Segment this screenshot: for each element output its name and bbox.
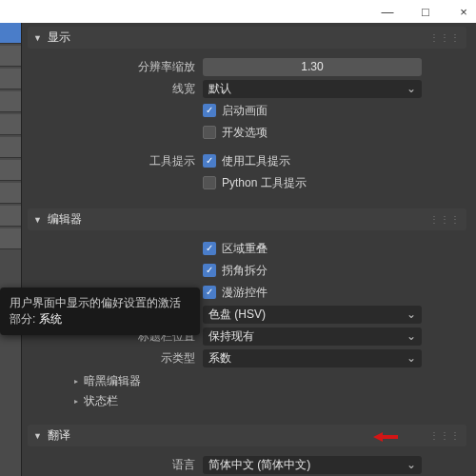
linewidth-label: 线宽 (31, 81, 203, 97)
check-icon: ✓ (203, 242, 216, 255)
minimize-button[interactable]: — (381, 5, 394, 19)
devopts-checkbox[interactable]: 开发选项 (203, 125, 463, 141)
picker-type-dropdown[interactable]: 色盘 (HSV) (203, 306, 422, 324)
triangle-down-icon: ▼ (33, 215, 42, 225)
sidebar-tab[interactable] (0, 46, 21, 67)
region-overlap-checkbox[interactable]: ✓ 区域重叠 (203, 241, 463, 257)
sidebar-tabs (0, 23, 22, 476)
check-icon (203, 126, 216, 139)
sidebar-tab[interactable] (0, 137, 21, 158)
drag-grip-icon[interactable]: ⋮⋮⋮ (429, 32, 461, 43)
drag-grip-icon[interactable]: ⋮⋮⋮ (429, 430, 461, 441)
check-icon (203, 176, 216, 189)
triangle-down-icon: ▼ (33, 431, 42, 441)
triangle-down-icon: ▼ (33, 33, 42, 43)
corner-split-checkbox[interactable]: ✓ 拐角拆分 (203, 263, 463, 279)
use-tooltip-checkbox[interactable]: ✓ 使用工具提示 (203, 153, 463, 169)
linewidth-dropdown[interactable]: 默认 (203, 80, 422, 98)
panel-title: 显示 (48, 30, 429, 46)
python-tooltip-checkbox[interactable]: Python 工具提示 (203, 175, 463, 191)
language-label: 语言 (31, 457, 203, 473)
splash-checkbox[interactable]: ✓ 启动画面 (203, 103, 463, 119)
check-icon: ✓ (203, 286, 216, 299)
annotation-arrow-icon (373, 430, 398, 444)
resolution-scale-label: 分辨率缩放 (31, 59, 203, 75)
panel-title: 编辑器 (48, 211, 429, 228)
panel-header-translate[interactable]: ▼ 翻译 ⋮⋮⋮ (28, 425, 466, 446)
window-titlebar: — □ × (0, 0, 476, 23)
panel-translate: ▼ 翻译 ⋮⋮⋮ 语言 简体中文 (简体中文) 影响 ✓ 工具提示 (28, 425, 466, 476)
sidebar-tab[interactable] (0, 206, 21, 227)
sidebar-tab[interactable] (0, 114, 21, 135)
factor-label: 示类型 (31, 350, 203, 367)
resolution-scale-field[interactable]: 1.30 (203, 58, 422, 76)
check-icon: ✓ (203, 104, 216, 117)
maximize-button[interactable]: □ (419, 5, 432, 19)
panel-display: ▼ 显示 ⋮⋮⋮ 分辨率缩放 1.30 线宽 默认 ✓ 启动画面 (28, 27, 466, 205)
drag-grip-icon[interactable]: ⋮⋮⋮ (429, 214, 461, 225)
tooltip-label: 工具提示 (31, 153, 203, 169)
sub-item[interactable]: ▸ 状态栏 (74, 391, 463, 411)
panel-header-display[interactable]: ▼ 显示 ⋮⋮⋮ (28, 27, 466, 49)
check-icon: ✓ (203, 264, 216, 277)
factor-dropdown[interactable]: 系数 (203, 349, 422, 367)
sidebar-tab[interactable] (0, 160, 21, 181)
headerpos-dropdown[interactable]: 保持现有 (203, 327, 422, 346)
panel-header-editor[interactable]: ▼ 编辑器 ⋮⋮⋮ (28, 208, 466, 230)
sidebar-tab[interactable] (0, 69, 21, 89)
triangle-right-icon: ▸ (74, 397, 78, 406)
language-dropdown[interactable]: 简体中文 (简体中文) (203, 456, 422, 474)
close-button[interactable]: × (457, 5, 470, 19)
check-icon: ✓ (203, 154, 216, 168)
sub-item[interactable]: ▸ 暗黑编辑器 (74, 371, 463, 391)
navigate-widget-checkbox[interactable]: ✓ 漫游控件 (203, 285, 463, 301)
sidebar-tab-active[interactable] (0, 23, 21, 44)
triangle-right-icon: ▸ (74, 377, 78, 386)
panel-title: 翻译 (48, 427, 429, 444)
sidebar-tab[interactable] (0, 228, 21, 249)
tooltip-popup: 用户界面中显示的偏好设置的激活部分: 系统 (0, 288, 200, 335)
sidebar-tab[interactable] (0, 91, 21, 112)
svg-marker-0 (373, 432, 398, 442)
sidebar-tab[interactable] (0, 183, 21, 204)
